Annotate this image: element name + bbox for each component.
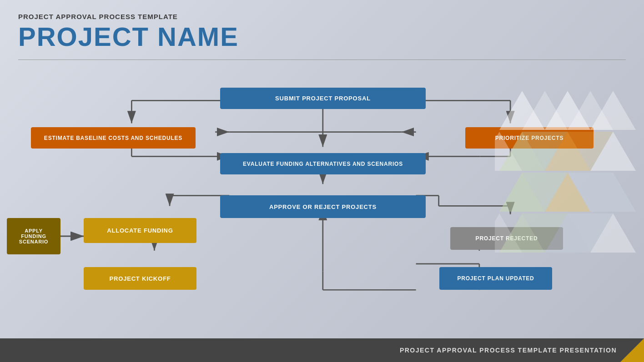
triangles-svg <box>495 91 640 259</box>
template-label: PROJECT APPROVAL PROCESS TEMPLATE <box>18 13 626 20</box>
evaluate-funding-box: EVALUATE FUNDING ALTERNATIVES AND SCENAR… <box>220 153 426 174</box>
project-plan-updated-box: PROJECT PLAN UPDATED <box>439 267 552 290</box>
footer-accent <box>620 338 644 362</box>
estimate-baseline-box: ESTIMATE BASELINE COSTS AND SCHEDULES <box>31 127 196 149</box>
header: PROJECT APPROVAL PROCESS TEMPLATE PROJEC… <box>0 0 644 56</box>
submit-proposal-box: SUBMIT PROJECT PROPOSAL <box>220 88 426 109</box>
apply-funding-box: APPLY FUNDING SCENARIO <box>7 218 60 254</box>
allocate-funding-box: ALLOCATE FUNDING <box>84 218 196 243</box>
project-name: PROJECT NAME <box>18 22 626 51</box>
approve-reject-box: APPROVE OR REJECT PROJECTS <box>220 195 426 218</box>
header-divider <box>18 60 626 60</box>
project-kickoff-box: PROJECT KICKOFF <box>84 267 196 290</box>
footer: PROJECT APPROVAL PROCESS TEMPLATE PRESEN… <box>0 338 644 362</box>
decorative-triangles <box>495 91 640 245</box>
diagram-area: SUBMIT PROJECT PROPOSAL ESTIMATE BASELIN… <box>0 84 644 337</box>
footer-text: PROJECT APPROVAL PROCESS TEMPLATE PRESEN… <box>400 347 617 354</box>
